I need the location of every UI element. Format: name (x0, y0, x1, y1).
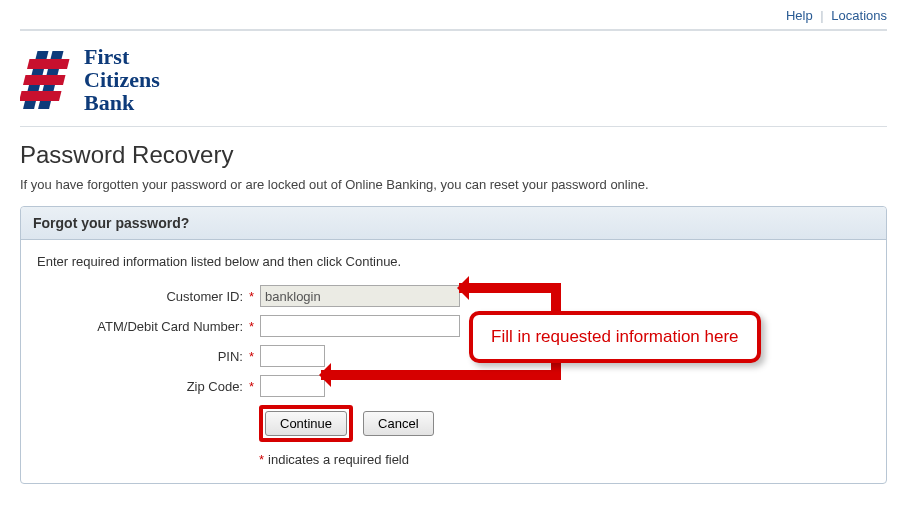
top-nav: Help | Locations (20, 0, 887, 29)
svg-rect-4 (23, 75, 65, 85)
required-indicator: * (249, 349, 254, 364)
continue-highlight-box: Continue (259, 405, 353, 442)
password-recovery-panel: Forgot your password? Enter required inf… (20, 206, 887, 484)
page-title: Password Recovery (20, 141, 887, 169)
panel-header: Forgot your password? (21, 207, 886, 240)
divider (20, 126, 887, 127)
zip-input[interactable] (260, 375, 325, 397)
page-intro: If you have forgotten your password or a… (20, 177, 887, 192)
atm-debit-input[interactable] (260, 315, 460, 337)
pin-input[interactable] (260, 345, 325, 367)
svg-rect-3 (27, 59, 69, 69)
pin-label: PIN: (37, 349, 247, 364)
atm-debit-label: ATM/Debit Card Number: (37, 319, 247, 334)
locations-link[interactable]: Locations (831, 8, 887, 23)
customer-id-input[interactable] (260, 285, 460, 307)
continue-button[interactable]: Continue (265, 411, 347, 436)
zip-label: Zip Code: (37, 379, 247, 394)
required-footnote: *indicates a required field (259, 452, 870, 467)
panel-instructions: Enter required information listed below … (37, 254, 870, 269)
cancel-button[interactable]: Cancel (363, 411, 433, 436)
brand-line2: Citizens (84, 68, 160, 91)
required-indicator: * (249, 379, 254, 394)
svg-rect-5 (20, 91, 62, 101)
brand-line3: Bank (84, 91, 160, 114)
required-indicator: * (249, 319, 254, 334)
bank-logo-icon (20, 49, 70, 111)
nav-separator: | (820, 8, 823, 23)
required-indicator: * (259, 452, 264, 467)
bank-logo-text: First Citizens Bank (84, 45, 160, 114)
brand-line1: First (84, 45, 160, 68)
help-link[interactable]: Help (786, 8, 813, 23)
divider (20, 29, 887, 31)
customer-id-label: Customer ID: (37, 289, 247, 304)
required-indicator: * (249, 289, 254, 304)
brand-logo: First Citizens Bank (20, 45, 887, 126)
